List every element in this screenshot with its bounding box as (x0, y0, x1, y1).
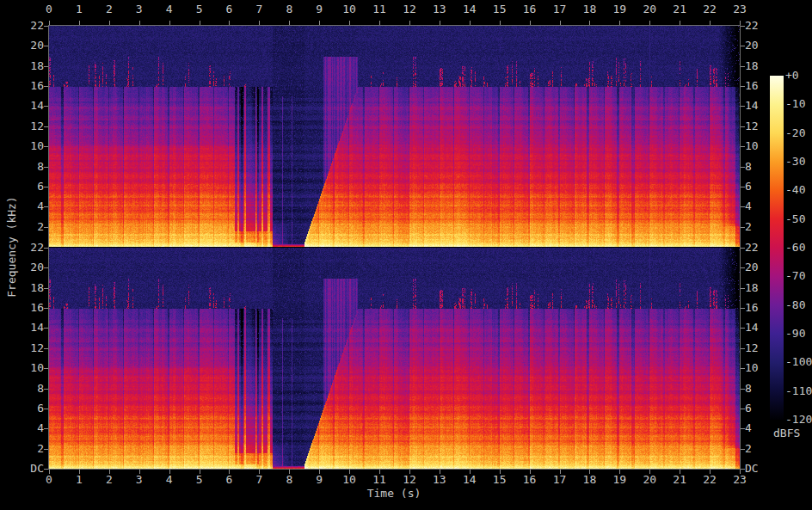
freq-tick-mark-left (44, 146, 48, 147)
colorbar-tick-label: -80 (785, 299, 805, 311)
x-tick-label-top: 21 (673, 3, 686, 15)
x-tick-mark-top (319, 21, 320, 25)
freq-tick-label-left: 4 (8, 422, 44, 434)
freq-tick-label-left: 18 (8, 60, 44, 72)
x-tick-label-top: 19 (613, 3, 627, 15)
x-tick-label-bottom: 8 (286, 474, 292, 486)
freq-tick-label-right: 16 (745, 302, 759, 314)
freq-tick-mark-left (44, 288, 48, 289)
freq-tick-mark-right (741, 167, 745, 168)
x-tick-mark-bottom (109, 470, 110, 474)
x-tick-mark-top (200, 21, 200, 25)
x-tick-label-bottom: 3 (136, 474, 143, 486)
freq-tick-label-right: 22 (745, 20, 759, 32)
freq-tick-label-left: 4 (8, 200, 44, 212)
x-tick-label-bottom: 1 (76, 474, 83, 486)
x-tick-mark-bottom (619, 470, 620, 474)
freq-tick-label-left: 16 (8, 80, 44, 92)
x-tick-mark-bottom (349, 470, 350, 474)
x-tick-mark-bottom (259, 470, 260, 474)
freq-tick-mark-left (44, 26, 48, 27)
freq-tick-mark-right (741, 449, 745, 450)
freq-tick-mark-right (741, 267, 745, 268)
x-tick-label-bottom: 20 (643, 474, 656, 486)
freq-tick-mark-right (741, 328, 745, 329)
x-tick-mark-bottom (200, 470, 200, 474)
x-tick-label-bottom: 15 (493, 474, 507, 486)
colorbar-tick-label: -60 (785, 242, 805, 254)
freq-tick-label-right: 22 (745, 242, 759, 254)
freq-tick-mark-left (44, 348, 48, 349)
x-tick-mark-bottom (319, 470, 320, 474)
freq-tick-label-left: 8 (8, 161, 44, 173)
x-tick-label-bottom: 22 (703, 474, 717, 486)
freq-tick-label-left: 16 (8, 302, 44, 314)
freq-tick-label-right: 4 (745, 200, 752, 212)
freq-tick-label-left: 12 (8, 120, 44, 132)
x-tick-mark-top (740, 21, 741, 25)
freq-tick-label-left: 2 (8, 221, 44, 233)
freq-tick-mark-left (44, 368, 48, 369)
x-tick-label-top: 18 (583, 3, 597, 15)
freq-tick-mark-left (44, 328, 48, 329)
x-tick-label-top: 6 (226, 3, 233, 15)
freq-tick-label-right: 20 (745, 40, 759, 52)
freq-tick-mark-right (741, 428, 745, 429)
freq-tick-label-right: 8 (745, 161, 752, 173)
x-tick-mark-bottom (139, 470, 140, 474)
freq-tick-mark-left (44, 206, 48, 207)
freq-tick-label-left: 22 (8, 20, 44, 32)
freq-tick-label-left: 8 (8, 383, 44, 395)
colorbar-tick-label: -10 (785, 98, 805, 110)
freq-tick-label-right: 12 (745, 342, 759, 354)
x-tick-label-bottom: 21 (673, 474, 686, 486)
freq-tick-mark-left (44, 389, 48, 390)
freq-tick-label-left: 20 (8, 40, 44, 52)
freq-tick-mark-right (741, 26, 745, 27)
x-tick-mark-bottom (470, 470, 471, 474)
x-tick-label-bottom: 18 (583, 474, 597, 486)
x-tick-mark-top (680, 21, 680, 25)
x-tick-mark-top (79, 21, 80, 25)
x-tick-mark-bottom (530, 470, 531, 474)
freq-tick-label-right: 14 (745, 322, 759, 334)
freq-tick-mark-left (44, 409, 48, 409)
x-tick-mark-bottom (440, 470, 440, 474)
x-tick-label-top: 14 (463, 3, 477, 15)
x-tick-mark-bottom (560, 470, 561, 474)
freq-tick-mark-right (741, 126, 745, 127)
freq-tick-label-left: 6 (8, 402, 44, 415)
x-tick-label-bottom: 10 (342, 474, 356, 486)
freq-tick-mark-right (741, 409, 745, 409)
freq-tick-mark-left (44, 308, 48, 309)
x-tick-mark-top (139, 21, 140, 25)
x-tick-label-top: 1 (76, 3, 83, 15)
x-tick-mark-bottom (379, 470, 380, 474)
x-tick-label-top: 3 (136, 3, 143, 15)
x-tick-mark-top (649, 21, 650, 25)
x-tick-mark-bottom (589, 470, 590, 474)
x-tick-mark-top (470, 21, 471, 25)
freq-tick-mark-right (741, 248, 745, 249)
x-tick-mark-bottom (49, 470, 50, 474)
x-tick-label-top: 7 (255, 3, 262, 15)
x-tick-label-top: 17 (553, 3, 567, 15)
freq-tick-mark-right (741, 46, 745, 46)
freq-tick-mark-left (44, 167, 48, 168)
x-tick-mark-top (530, 21, 531, 25)
freq-tick-mark-left (44, 469, 48, 470)
freq-tick-label-right: 8 (745, 383, 752, 395)
x-axis-title: Time (s) (367, 488, 421, 500)
colorbar-tick-label: -50 (785, 213, 805, 225)
freq-tick-label-left: DC (8, 463, 44, 475)
freq-tick-label-left: 10 (8, 140, 44, 152)
x-tick-label-bottom: 12 (403, 474, 416, 486)
x-tick-mark-bottom (649, 470, 650, 474)
freq-tick-mark-right (741, 106, 745, 107)
freq-tick-label-left: 14 (8, 100, 44, 112)
x-tick-label-bottom: 9 (316, 474, 323, 486)
x-tick-mark-bottom (229, 470, 230, 474)
x-tick-label-top: 11 (372, 3, 386, 15)
freq-tick-mark-left (44, 86, 48, 87)
x-tick-label-bottom: 6 (226, 474, 233, 486)
